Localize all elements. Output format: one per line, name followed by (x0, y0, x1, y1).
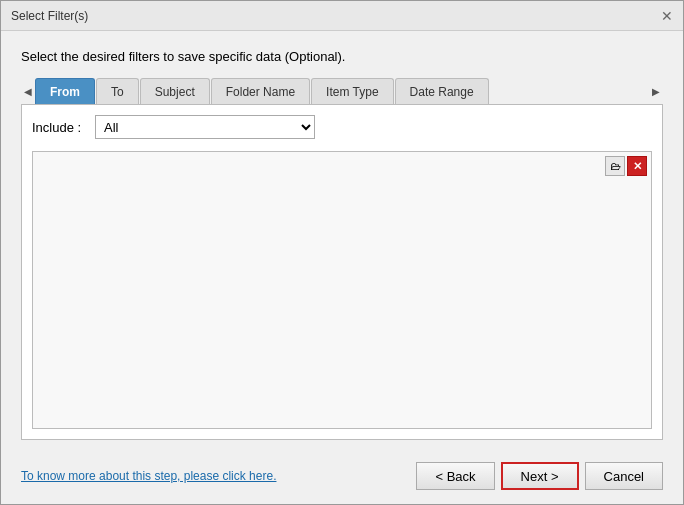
main-section: ◀ From To Subject Folder Name Item Type … (21, 78, 663, 440)
next-button[interactable]: Next > (501, 462, 579, 490)
tab-list: From To Subject Folder Name Item Type Da… (35, 78, 649, 104)
clear-button[interactable]: ✕ (627, 156, 647, 176)
help-link[interactable]: To know more about this step, please cli… (21, 469, 276, 483)
tab-from[interactable]: From (35, 78, 95, 104)
cancel-button[interactable]: Cancel (585, 462, 663, 490)
footer-buttons: < Back Next > Cancel (416, 462, 663, 490)
include-row: Include : All Sender Recipient (32, 115, 652, 139)
tab-scroll-left-icon[interactable]: ◀ (21, 86, 35, 97)
tab-item-type[interactable]: Item Type (311, 78, 393, 104)
folder-icon: 🗁 (610, 160, 621, 172)
tab-content-panel: Include : All Sender Recipient 🗁 ✕ (21, 104, 663, 440)
title-bar: Select Filter(s) ✕ (1, 1, 683, 31)
tab-bar: ◀ From To Subject Folder Name Item Type … (21, 78, 663, 104)
include-label: Include : (32, 120, 87, 135)
tab-scroll-right-icon[interactable]: ▶ (649, 86, 663, 97)
tab-date-range[interactable]: Date Range (395, 78, 489, 104)
open-folder-button[interactable]: 🗁 (605, 156, 625, 176)
back-button[interactable]: < Back (416, 462, 494, 490)
dialog: Select Filter(s) ✕ Select the desired fi… (0, 0, 684, 505)
content-area: Select the desired filters to save speci… (1, 31, 683, 452)
tab-folder-name[interactable]: Folder Name (211, 78, 310, 104)
content-box-toolbar: 🗁 ✕ (605, 156, 647, 176)
filter-content-box: 🗁 ✕ (32, 151, 652, 429)
dialog-title: Select Filter(s) (11, 9, 88, 23)
close-icon[interactable]: ✕ (661, 9, 673, 23)
instruction-text: Select the desired filters to save speci… (21, 49, 663, 64)
include-select[interactable]: All Sender Recipient (95, 115, 315, 139)
close-x-icon: ✕ (633, 160, 642, 173)
tab-subject[interactable]: Subject (140, 78, 210, 104)
tab-to[interactable]: To (96, 78, 139, 104)
footer: To know more about this step, please cli… (1, 452, 683, 504)
